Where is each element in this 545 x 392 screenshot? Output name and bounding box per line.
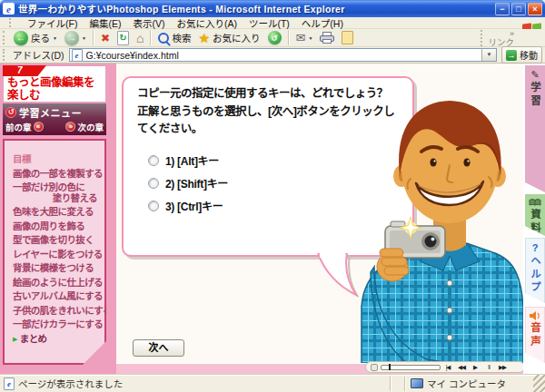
- status-bar: e ページが表示されました マイ コンピュータ: [0, 374, 545, 392]
- radio-button[interactable]: [148, 201, 159, 211]
- history-button[interactable]: ↺: [265, 30, 284, 45]
- menu-view[interactable]: 表示(V): [133, 16, 164, 30]
- status-cell: [390, 377, 404, 391]
- zone-label: マイ コンピュータ: [427, 377, 506, 390]
- next-button[interactable]: 次へ: [133, 339, 184, 357]
- next-chapter-button[interactable]: » 次の章: [65, 121, 104, 133]
- security-zone: マイ コンピュータ: [404, 377, 533, 391]
- menu-item-goal[interactable]: 目標: [5, 152, 104, 167]
- address-dropdown[interactable]: ▼: [481, 49, 496, 61]
- back-dropdown-icon[interactable]: ▼: [53, 35, 57, 41]
- tab-learn-label: 学習: [528, 82, 542, 108]
- star-icon: ★: [198, 32, 210, 44]
- pause-button[interactable]: ‖: [482, 363, 495, 371]
- home-button[interactable]: ⌂: [134, 31, 146, 45]
- menu-help[interactable]: ヘルプ(H): [302, 16, 343, 30]
- menu-item[interactable]: 子供の肌をきれいにする: [5, 304, 104, 318]
- address-label: アドレス(D): [13, 48, 64, 62]
- menu-item[interactable]: 塗り替える: [5, 193, 104, 206]
- option-label: 3) [Ctrl]キー: [165, 198, 223, 213]
- separator: [150, 30, 152, 45]
- mail-icon: ✉: [296, 32, 306, 44]
- edit-button[interactable]: [339, 30, 356, 45]
- tab-audio[interactable]: 音声: [525, 307, 545, 363]
- rewind-button[interactable]: ◀◀: [455, 363, 468, 371]
- pencil-icon: ✎: [525, 69, 545, 80]
- menu-item[interactable]: レイヤーに影をつける: [5, 248, 104, 262]
- favorites-label: お気に入り: [213, 31, 261, 44]
- back-icon: ←: [14, 31, 28, 45]
- quiz-option-3[interactable]: 3) [Ctrl]キー: [148, 198, 223, 213]
- radio-button[interactable]: [148, 155, 159, 166]
- forward-dropdown-icon[interactable]: ▼: [82, 35, 86, 41]
- tab-learn[interactable]: ✎ 学習: [525, 65, 545, 192]
- menu-edit[interactable]: 編集(E): [89, 16, 121, 30]
- toolbar: ← 戻る ▼ → ▼ ✖ ↻ ⌂ 検索 ★ お気に入り ↺ ✉ ▼: [0, 29, 545, 47]
- search-label: 検索: [172, 31, 191, 44]
- radio-button[interactable]: [148, 178, 159, 189]
- fast-forward-button[interactable]: ▶▶: [496, 363, 509, 371]
- menu-item[interactable]: 背景に模様をつける: [5, 261, 104, 276]
- head: [393, 101, 506, 223]
- resize-grip[interactable]: [533, 375, 545, 392]
- prev-chapter-button[interactable]: 前の章 «: [5, 121, 44, 133]
- prev-label: 前の章: [5, 121, 32, 133]
- quiz-option-2[interactable]: 2) [Shift]キー: [148, 175, 228, 191]
- menu-swirl-icon: ↺: [5, 107, 16, 118]
- menu-item[interactable]: 画像の一部を複製する: [5, 167, 104, 181]
- menu-favorites[interactable]: お気に入り(A): [176, 16, 237, 30]
- address-input[interactable]: e G:¥course¥index.html ▼: [69, 48, 497, 62]
- address-value[interactable]: G:¥course¥index.html: [86, 50, 481, 61]
- chapter-menu-panel: 目標 画像の一部を複製する 一部だけ別の色に 塗り替える 色味を大胆に変える 画…: [3, 139, 106, 365]
- back-button[interactable]: ← 戻る ▼: [11, 30, 60, 46]
- volume-handle[interactable]: [371, 364, 378, 371]
- forward-icon: →: [64, 31, 79, 45]
- menu-tools[interactable]: ツール(T): [249, 16, 290, 30]
- eye: [463, 158, 470, 166]
- option-label: 1) [Alt]キー: [165, 152, 219, 168]
- tab-materials[interactable]: 資料: [525, 194, 545, 236]
- learning-menu-label[interactable]: 学習メニュー: [19, 105, 82, 120]
- menu-item[interactable]: 画像の周りを飾る: [5, 220, 104, 234]
- go-label: 移動: [520, 48, 538, 62]
- favorites-button[interactable]: ★ お気に入り: [195, 30, 263, 45]
- panel-corner-cut: [79, 343, 106, 370]
- close-button[interactable]: ×: [528, 3, 542, 15]
- menu-item[interactable]: 古いアルバム風にする: [5, 289, 104, 304]
- toolbar-grip: [3, 31, 7, 44]
- go-button[interactable]: → 移動: [501, 46, 542, 64]
- print-button[interactable]: [317, 31, 337, 44]
- search-button[interactable]: 検索: [155, 30, 193, 45]
- stop-button[interactable]: ✖: [98, 31, 113, 45]
- home-icon: ⌂: [136, 32, 144, 44]
- forward-button[interactable]: → ▼: [62, 30, 89, 46]
- skip-back-button[interactable]: |◀: [441, 363, 454, 371]
- tab-help[interactable]: ? ヘルプ: [525, 238, 545, 303]
- refresh-button[interactable]: ↻: [114, 30, 132, 46]
- progress-marker[interactable]: [389, 364, 391, 370]
- links-toolbar[interactable]: » リンク: [481, 30, 518, 46]
- play-button[interactable]: ▶: [469, 363, 481, 371]
- history-icon: ↺: [268, 31, 282, 44]
- mail-button[interactable]: ✉ ▼: [293, 31, 316, 44]
- links-label: リンク: [488, 38, 514, 46]
- book-icon: [529, 198, 541, 207]
- menu-item[interactable]: 型で画像を切り抜く: [5, 233, 104, 248]
- progress-track[interactable]: [381, 365, 441, 370]
- question-icon: ?: [526, 242, 544, 253]
- menu-file[interactable]: ファイル(F): [27, 16, 77, 30]
- menu-item[interactable]: 一部だけカラーにする: [5, 318, 104, 332]
- status-page-icon: e: [4, 377, 15, 390]
- maximize-button[interactable]: □: [511, 3, 526, 15]
- mail-dropdown-icon[interactable]: ▼: [308, 35, 312, 41]
- print-icon: [320, 32, 334, 44]
- separator: [93, 30, 94, 45]
- quiz-option-1[interactable]: 1) [Alt]キー: [148, 152, 219, 168]
- minimize-button[interactable]: −: [495, 3, 510, 15]
- toolbar-grip: [3, 49, 7, 62]
- menu-item-current[interactable]: ▶まとめ: [5, 332, 104, 347]
- menu-item[interactable]: 色味を大胆に変える: [5, 205, 104, 220]
- page-content: コピー元の指定に使用するキーは、どれでしょう？ 正解と思うものを選択し、[次へ]…: [0, 64, 545, 374]
- menu-item[interactable]: 絵画のように仕上げる: [5, 276, 104, 290]
- search-icon: [158, 33, 169, 44]
